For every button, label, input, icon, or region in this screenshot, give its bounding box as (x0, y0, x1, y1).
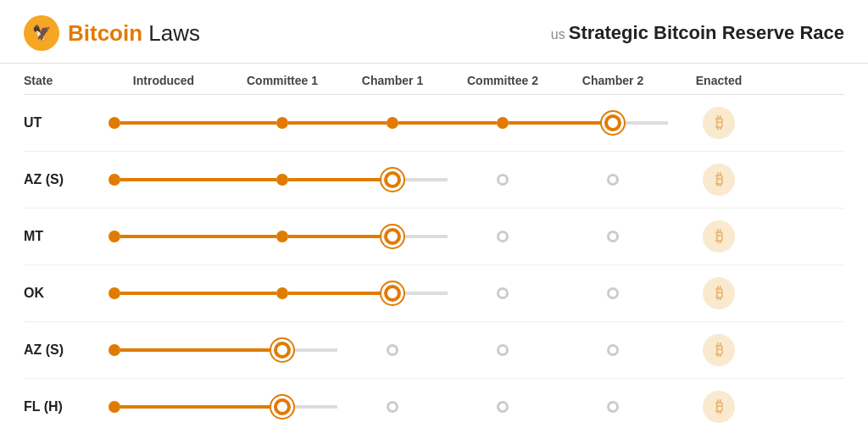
dot-c2-solo (497, 344, 509, 356)
dot-committee2-gray (497, 287, 509, 299)
progress-cell-chamber2 (558, 231, 668, 242)
progress-cell-enacted: ₿ (668, 277, 770, 309)
enacted-btc: ₿ (703, 164, 735, 196)
dot-introduced (108, 287, 120, 299)
state-label: FL (H) (24, 399, 100, 414)
dot-committee2 (497, 117, 509, 129)
dot-chamber2-gray (607, 231, 619, 242)
progress-cell-introduced (100, 287, 227, 299)
state-label: OK (24, 286, 100, 301)
line-intro-c1 (120, 121, 227, 125)
progress-cell-enacted: ₿ (668, 164, 770, 196)
dot-committee1 (276, 287, 288, 299)
progress-cell-introduced (100, 344, 227, 356)
header-main-title: Strategic Bitcoin Reserve Race (569, 22, 844, 43)
line-2l (227, 178, 276, 181)
dot-c2-solo (497, 287, 509, 299)
line-c2-right (509, 121, 558, 125)
svg-text:🦅: 🦅 (32, 24, 52, 42)
dot-chamber1-end (384, 285, 401, 302)
dot-committee1 (276, 117, 288, 129)
col-state: State (24, 74, 100, 87)
col-chamber1: Chamber 1 (337, 74, 448, 87)
progress-cell-enacted: ₿ (668, 220, 770, 253)
line-1 (120, 348, 227, 352)
dot-introduced (108, 231, 120, 242)
progress-cell-chamber1 (337, 171, 448, 188)
col-committee1: Committee 1 (227, 74, 337, 87)
progress-cell-committee2 (448, 174, 558, 186)
dot-ch2-solo (607, 174, 619, 186)
dot-committee2-gray (497, 231, 509, 242)
dot-c2-solo (497, 174, 509, 186)
table-row: OK (24, 265, 844, 322)
line-1 (120, 292, 227, 295)
progress-cell-committee2 (448, 344, 558, 356)
dot-chamber1-end (384, 228, 401, 245)
app-container: 🦅 Bitcoin Laws usStrategic Bitcoin Reser… (0, 0, 868, 435)
progress-cell-committee1 (227, 231, 337, 242)
enacted-btc: ₿ (703, 107, 735, 139)
dot-chamber1-gray (387, 401, 398, 413)
progress-cell-committee1 (227, 117, 337, 129)
progress-cell-chamber1 (337, 285, 448, 302)
progress-cell-committee1 (227, 398, 337, 415)
line-3l (337, 178, 384, 181)
logo-text: Bitcoin Laws (68, 20, 200, 47)
dot-ch2-solo (607, 287, 619, 299)
progress-cell-introduced (100, 401, 227, 413)
progress-cell-introduced (100, 117, 227, 129)
col-enacted: Enacted (668, 74, 770, 87)
dot-introduced (108, 344, 120, 356)
dot-ch2-solo (607, 401, 619, 413)
enacted-btc: ₿ (703, 391, 735, 423)
progress-cell-committee2 (448, 401, 558, 413)
progress-cell-chamber1 (337, 117, 448, 129)
dot-ch1-solo (387, 401, 398, 413)
logo-bitcoin: Bitcoin (68, 20, 142, 46)
logo-area: 🦅 Bitcoin Laws (24, 15, 200, 51)
line-2r (288, 178, 337, 181)
progress-cell-committee2 (448, 287, 558, 299)
line-2l (227, 405, 274, 409)
progress-cell-chamber1 (337, 228, 448, 245)
dot-chamber2-gray (607, 174, 619, 186)
line-3r (401, 235, 448, 238)
line-c2-left (448, 121, 497, 125)
enacted-btc: ₿ (703, 220, 735, 253)
dot-committee1 (276, 231, 288, 242)
line-2r (291, 405, 337, 409)
line-1 (120, 405, 227, 409)
line-ch1-right (398, 121, 448, 125)
header-title: usStrategic Bitcoin Reserve Race (551, 22, 844, 44)
progress-cell-committee2 (448, 117, 558, 129)
progress-cell-chamber1 (337, 401, 448, 413)
line-1 (120, 178, 227, 181)
dot-chamber1 (387, 117, 398, 129)
header: 🦅 Bitcoin Laws usStrategic Bitcoin Reser… (0, 0, 868, 64)
progress-cell-chamber2 (558, 114, 668, 131)
progress-cell-chamber2 (558, 344, 668, 356)
dot-committee1 (276, 174, 288, 186)
dot-c2-solo (497, 231, 509, 242)
line-2l (227, 348, 274, 352)
col-committee2: Committee 2 (448, 74, 558, 87)
table-row: AZ (S) (24, 152, 844, 209)
dot-committee1-end (274, 342, 291, 359)
header-us: us (551, 27, 565, 42)
dot-chamber2 (604, 114, 621, 131)
progress-cell-committee1 (227, 174, 337, 186)
enacted-btc: ₿ (703, 277, 735, 309)
progress-cell-introduced (100, 174, 227, 186)
state-label: AZ (S) (24, 172, 100, 187)
dot-introduced (108, 401, 120, 413)
table-row: FL (H) (24, 379, 844, 435)
dot-committee2-gray (497, 174, 509, 186)
line-3l (337, 235, 384, 238)
state-label: UT (24, 115, 100, 131)
enacted-btc: ₿ (703, 334, 735, 366)
table-row: MT (24, 209, 844, 265)
line-2l (227, 292, 276, 295)
dot-committee2-gray (497, 401, 509, 413)
progress-cell-committee1 (227, 287, 337, 299)
